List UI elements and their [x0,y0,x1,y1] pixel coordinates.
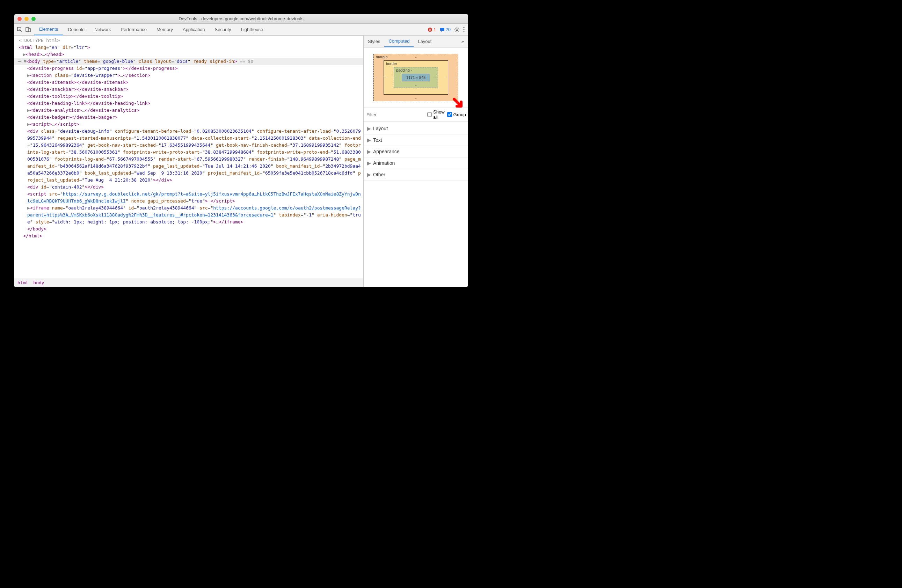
sidebar-tab-computed[interactable]: Computed [384,36,413,47]
dom-node[interactable]: ▶<devsite-analytics>…</devsite-analytics… [14,107,363,114]
dom-node[interactable]: ▶<iframe name="oauth2relay438944664" id=… [14,205,363,225]
dom-node[interactable]: <devsite-progress id="app-progress"></de… [14,65,363,72]
svg-point-7 [464,29,465,30]
elements-panel: <!DOCTYPE html><html lang="en" dir="ltr"… [14,36,363,287]
padding-label: padding [396,68,410,72]
annotation-arrow-icon [452,97,465,109]
tab-security[interactable]: Security [210,24,236,35]
filter-input[interactable] [366,112,425,117]
group-appearance[interactable]: ▶Appearance [364,146,468,158]
dom-node[interactable]: <devsite-badger></devsite-badger> [14,114,363,121]
show-all-checkbox[interactable]: Show all [427,109,445,120]
group-animation[interactable]: ▶Animation [364,158,468,169]
group-text[interactable]: ▶Text [364,134,468,146]
message-count[interactable]: 20 [440,27,451,32]
dom-node-selected[interactable]: ⋯ ▼<body type="article" theme="google-bl… [14,58,363,65]
sidebar-tab-layout[interactable]: Layout [413,36,435,47]
dom-node[interactable]: <!DOCTYPE html> [14,37,363,44]
group-other[interactable]: ▶Other [364,169,468,180]
dom-node[interactable]: ▶<section class="devsite-wrapper">…</sec… [14,72,363,79]
inspect-icon[interactable] [17,27,23,33]
breadcrumb: htmlbody [14,278,363,287]
sidebar: StylesComputedLayout » margin - - - - bo… [363,36,468,287]
titlebar: DevTools - developers.google.com/web/too… [14,14,468,24]
breadcrumb-body[interactable]: body [33,279,44,286]
dom-node[interactable]: <script src="https://survey.g.doubleclic… [14,191,363,205]
dom-node[interactable]: <div id="contain-402"></div> [14,184,363,191]
dom-node[interactable]: </body> [14,225,363,233]
sidebar-tab-styles[interactable]: Styles [364,36,384,47]
border-label: border [386,61,397,66]
svg-rect-2 [28,29,30,32]
dom-node[interactable]: <html lang="en" dir="ltr"> [14,44,363,51]
tab-console[interactable]: Console [63,24,89,35]
svg-point-6 [464,27,465,28]
dom-node[interactable]: </html> [14,233,363,239]
box-model[interactable]: margin - - - - border - - - - padding - … [364,47,468,108]
error-count[interactable]: 1 [428,27,436,32]
sidebar-tabs: StylesComputedLayout » [364,36,468,47]
dom-node[interactable]: ▶<script>…</script> [14,121,363,128]
dom-tree[interactable]: <!DOCTYPE html><html lang="en" dir="ltr"… [14,36,363,278]
more-icon[interactable] [463,27,465,33]
panel-tabs: ElementsConsoleNetworkPerformanceMemoryA… [34,24,268,35]
dom-node[interactable]: <devsite-sitemask></devsite-sitemask> [14,79,363,86]
svg-rect-4 [440,28,444,31]
group-layout[interactable]: ▶Layout [364,123,468,134]
tab-performance[interactable]: Performance [116,24,152,35]
more-tabs-icon[interactable]: » [457,36,468,47]
window-title: DevTools - developers.google.com/web/too… [14,16,468,21]
filter-bar: Show all Group [364,108,468,122]
settings-icon[interactable] [454,27,460,33]
dom-node[interactable]: <div class="devsite-debug-info" configur… [14,128,363,184]
tab-memory[interactable]: Memory [152,24,178,35]
tab-application[interactable]: Application [178,24,210,35]
dom-node[interactable]: <devsite-heading-link></devsite-heading-… [14,100,363,107]
tab-lighthouse[interactable]: Lighthouse [236,24,268,35]
main-toolbar: ElementsConsoleNetworkPerformanceMemoryA… [14,24,468,36]
device-toggle-icon[interactable] [25,27,31,33]
content-area: <!DOCTYPE html><html lang="en" dir="ltr"… [14,36,468,287]
svg-point-5 [456,29,458,30]
breadcrumb-html[interactable]: html [17,279,28,286]
content-size: 1171 × 845 [402,74,430,81]
property-groups: ▶Layout▶Text▶Appearance▶Animation▶Other [364,122,468,182]
svg-point-8 [464,31,465,32]
devtools-window: DevTools - developers.google.com/web/too… [14,14,468,287]
dom-node[interactable]: ▶<head>…</head> [14,51,363,58]
tab-elements[interactable]: Elements [34,24,63,35]
group-checkbox[interactable]: Group [447,112,466,117]
dom-node[interactable]: <devsite-tooltip></devsite-tooltip> [14,93,363,100]
tab-network[interactable]: Network [89,24,116,35]
dom-node[interactable]: <devsite-snackbar></devsite-snackbar> [14,86,363,93]
margin-label: margin [376,55,388,59]
